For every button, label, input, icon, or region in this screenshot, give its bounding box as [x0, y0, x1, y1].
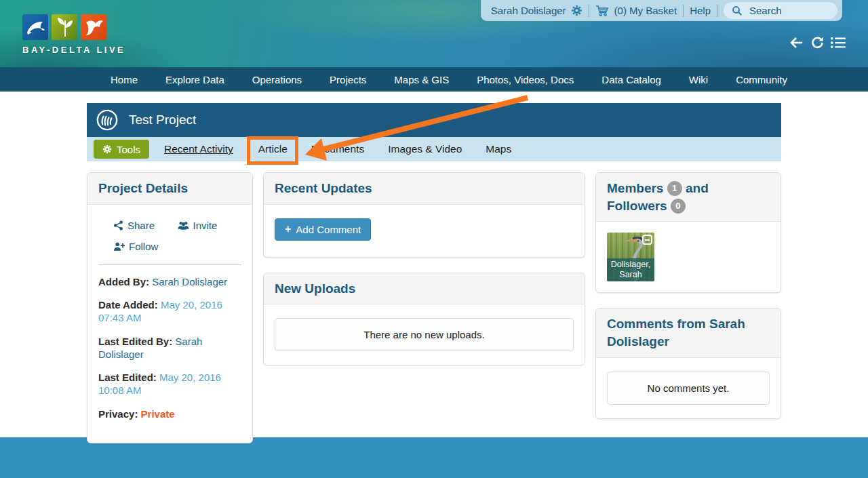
cart-icon — [595, 5, 610, 17]
tools-button[interactable]: Tools — [94, 140, 149, 159]
tab-images-video[interactable]: Images & Video — [388, 143, 462, 155]
field-last-edited: Last Edited: May 20, 2016 10:08 AM — [98, 372, 241, 397]
comments-panel: Comments from Sarah Dolislager No commen… — [595, 308, 781, 418]
divider — [717, 5, 717, 17]
nav-item-photos-videos-docs[interactable]: Photos, Videos, Docs — [477, 74, 574, 85]
site-header: BAY-DELTA LIVE Sarah Dolislager — [0, 0, 868, 67]
share-link[interactable]: Share — [113, 220, 178, 231]
tab-article-label: Article — [258, 143, 288, 155]
main-nav: Home Explore Data Operations Projects Ma… — [0, 67, 868, 92]
divider — [683, 5, 684, 17]
no-uploads-message: There are no new uploads. — [275, 318, 574, 351]
new-uploads-title: New Uploads — [264, 273, 585, 305]
members-title: Members 1 and Followers 0 — [596, 173, 781, 222]
follow-label: Follow — [129, 241, 158, 252]
user-name: Sarah Dolislager — [491, 5, 566, 16]
invite-label: Invite — [193, 220, 218, 231]
gear-icon — [102, 144, 112, 154]
users-icon — [178, 220, 189, 231]
field-value[interactable]: Sarah Dolislager — [152, 276, 227, 287]
tab-recent-activity[interactable]: Recent Activity — [164, 143, 233, 155]
tab-maps[interactable]: Maps — [486, 143, 511, 155]
remove-member-icon[interactable] — [642, 235, 652, 245]
fish-logo-icon — [22, 14, 48, 40]
user-bar: Sarah Dolislager (0) My Ba — [481, 0, 842, 21]
project-title: Test Project — [129, 113, 196, 127]
search-input[interactable] — [749, 5, 824, 16]
refresh-icon[interactable] — [810, 36, 825, 49]
project-details-title: Project Details — [87, 173, 252, 205]
brand-name: BAY-DELTA LIVE — [22, 45, 125, 55]
bird-logo-icon — [81, 14, 106, 40]
comments-title: Comments from Sarah Dolislager — [596, 308, 781, 357]
field-added-by: Added By: Sarah Dolislager — [98, 276, 241, 289]
add-comment-button[interactable]: + Add Comment — [275, 218, 371, 241]
search-icon — [732, 5, 743, 16]
tools-label: Tools — [117, 144, 140, 155]
member-name: Dolislager, Sarah — [607, 258, 654, 282]
nav-item-projects[interactable]: Projects — [330, 74, 366, 85]
share-label: Share — [127, 220, 155, 231]
plus-icon: + — [285, 223, 291, 235]
tab-article[interactable]: Article — [258, 143, 288, 155]
members-count-badge: 1 — [667, 181, 682, 196]
my-basket-link[interactable]: (0) My Basket — [595, 5, 677, 17]
nav-item-operations[interactable]: Operations — [252, 74, 302, 85]
divider — [589, 5, 589, 17]
logo-tiles — [22, 14, 125, 40]
field-label: Privacy: — [98, 408, 138, 420]
page: BAY-DELTA LIVE Sarah Dolislager — [0, 0, 868, 478]
project-details-panel: Project Details Share — [87, 172, 253, 443]
project-fields: Added By: Sarah Dolislager Date Added: M… — [98, 276, 241, 421]
site-logo[interactable]: BAY-DELTA LIVE — [22, 14, 125, 55]
followers-count-badge: 0 — [671, 199, 686, 214]
members-panel: Members 1 and Followers 0 — [595, 172, 781, 293]
recent-updates-title: Recent Updates — [264, 173, 585, 205]
project-tab-bar: Tools Recent Activity Article Documents … — [87, 137, 781, 161]
back-icon[interactable] — [789, 36, 804, 49]
member-card[interactable]: Dolislager, Sarah — [607, 233, 654, 281]
no-comments-message: No comments yet. — [607, 372, 770, 405]
field-label: Date Added: — [98, 299, 158, 311]
gear-icon[interactable] — [571, 5, 583, 16]
follow-link[interactable]: Follow — [113, 241, 178, 252]
recent-updates-panel: Recent Updates + Add Comment — [263, 172, 585, 258]
new-uploads-panel: New Uploads There are no new uploads. — [263, 273, 585, 366]
project-actions: Share Invite — [98, 216, 241, 265]
and-word: and — [686, 181, 709, 195]
user-menu[interactable]: Sarah Dolislager — [491, 5, 583, 16]
invite-link[interactable]: Invite — [178, 220, 242, 231]
nav-item-explore-data[interactable]: Explore Data — [165, 74, 224, 85]
tab-documents[interactable]: Documents — [311, 143, 364, 155]
share-icon — [113, 220, 123, 231]
field-label: Last Edited: — [98, 372, 157, 383]
field-value: Private — [141, 408, 175, 420]
header-quick-icons — [789, 36, 846, 49]
field-last-edited-by: Last Edited By: Sarah Dolislager — [98, 336, 241, 361]
nav-item-home[interactable]: Home — [111, 74, 138, 85]
basket-label: (0) My Basket — [614, 5, 677, 16]
nav-item-community[interactable]: Community — [736, 74, 787, 85]
add-comment-label: Add Comment — [296, 224, 361, 235]
nav-item-wiki[interactable]: Wiki — [689, 74, 708, 85]
nav-item-data-catalog[interactable]: Data Catalog — [601, 74, 661, 85]
followers-word: Followers — [607, 199, 667, 213]
search-box[interactable] — [724, 2, 837, 19]
help-link[interactable]: Help — [690, 5, 711, 16]
user-plus-icon — [113, 241, 125, 252]
field-privacy: Privacy: Private — [98, 408, 241, 421]
nav-item-maps-gis[interactable]: Maps & GIS — [394, 74, 449, 85]
members-word: Members — [607, 181, 663, 195]
plant-logo-icon — [52, 14, 77, 40]
field-label: Added By: — [98, 276, 149, 287]
field-date-added: Date Added: May 20, 2016 07:43 AM — [98, 299, 241, 325]
project-header: Test Project — [87, 103, 781, 137]
main-area: Test Project Tools Recent Activity Artic… — [0, 92, 868, 437]
list-icon[interactable] — [831, 37, 846, 49]
field-label: Last Edited By: — [98, 336, 172, 347]
project-waves-icon — [96, 108, 119, 132]
